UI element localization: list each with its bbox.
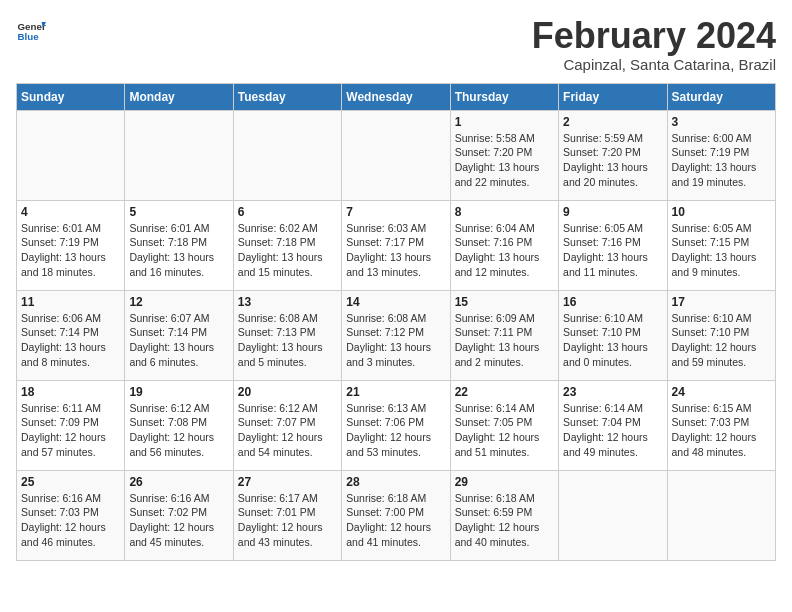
- dow-header-thursday: Thursday: [450, 83, 558, 110]
- dow-header-wednesday: Wednesday: [342, 83, 450, 110]
- calendar-week-5: 25Sunrise: 6:16 AMSunset: 7:03 PMDayligh…: [17, 470, 776, 560]
- calendar-cell: 10Sunrise: 6:05 AMSunset: 7:15 PMDayligh…: [667, 200, 775, 290]
- day-info: Sunrise: 6:18 AMSunset: 6:59 PMDaylight:…: [455, 491, 554, 550]
- calendar-cell: 29Sunrise: 6:18 AMSunset: 6:59 PMDayligh…: [450, 470, 558, 560]
- day-info: Sunrise: 6:10 AMSunset: 7:10 PMDaylight:…: [563, 311, 662, 370]
- day-number: 23: [563, 385, 662, 399]
- day-info: Sunrise: 6:10 AMSunset: 7:10 PMDaylight:…: [672, 311, 771, 370]
- calendar-body: 1Sunrise: 5:58 AMSunset: 7:20 PMDaylight…: [17, 110, 776, 560]
- calendar-table: SundayMondayTuesdayWednesdayThursdayFrid…: [16, 83, 776, 561]
- day-info: Sunrise: 6:07 AMSunset: 7:14 PMDaylight:…: [129, 311, 228, 370]
- day-number: 18: [21, 385, 120, 399]
- day-number: 29: [455, 475, 554, 489]
- day-number: 12: [129, 295, 228, 309]
- day-number: 13: [238, 295, 337, 309]
- day-info: Sunrise: 6:04 AMSunset: 7:16 PMDaylight:…: [455, 221, 554, 280]
- dow-header-tuesday: Tuesday: [233, 83, 341, 110]
- day-info: Sunrise: 6:11 AMSunset: 7:09 PMDaylight:…: [21, 401, 120, 460]
- day-info: Sunrise: 5:58 AMSunset: 7:20 PMDaylight:…: [455, 131, 554, 190]
- day-number: 24: [672, 385, 771, 399]
- calendar-cell: 4Sunrise: 6:01 AMSunset: 7:19 PMDaylight…: [17, 200, 125, 290]
- day-number: 7: [346, 205, 445, 219]
- day-number: 21: [346, 385, 445, 399]
- day-number: 25: [21, 475, 120, 489]
- day-info: Sunrise: 6:09 AMSunset: 7:11 PMDaylight:…: [455, 311, 554, 370]
- calendar-cell: 6Sunrise: 6:02 AMSunset: 7:18 PMDaylight…: [233, 200, 341, 290]
- calendar-cell: 12Sunrise: 6:07 AMSunset: 7:14 PMDayligh…: [125, 290, 233, 380]
- calendar-cell: 2Sunrise: 5:59 AMSunset: 7:20 PMDaylight…: [559, 110, 667, 200]
- day-info: Sunrise: 6:13 AMSunset: 7:06 PMDaylight:…: [346, 401, 445, 460]
- calendar-cell: 13Sunrise: 6:08 AMSunset: 7:13 PMDayligh…: [233, 290, 341, 380]
- day-number: 28: [346, 475, 445, 489]
- calendar-week-2: 4Sunrise: 6:01 AMSunset: 7:19 PMDaylight…: [17, 200, 776, 290]
- day-number: 19: [129, 385, 228, 399]
- calendar-cell: 25Sunrise: 6:16 AMSunset: 7:03 PMDayligh…: [17, 470, 125, 560]
- day-number: 2: [563, 115, 662, 129]
- calendar-cell: 17Sunrise: 6:10 AMSunset: 7:10 PMDayligh…: [667, 290, 775, 380]
- calendar-cell: 7Sunrise: 6:03 AMSunset: 7:17 PMDaylight…: [342, 200, 450, 290]
- day-number: 6: [238, 205, 337, 219]
- calendar-cell: [559, 470, 667, 560]
- svg-text:Blue: Blue: [18, 31, 40, 42]
- calendar-week-1: 1Sunrise: 5:58 AMSunset: 7:20 PMDaylight…: [17, 110, 776, 200]
- day-number: 16: [563, 295, 662, 309]
- day-number: 11: [21, 295, 120, 309]
- calendar-cell: 16Sunrise: 6:10 AMSunset: 7:10 PMDayligh…: [559, 290, 667, 380]
- day-number: 10: [672, 205, 771, 219]
- day-of-week-header: SundayMondayTuesdayWednesdayThursdayFrid…: [17, 83, 776, 110]
- day-info: Sunrise: 6:18 AMSunset: 7:00 PMDaylight:…: [346, 491, 445, 550]
- day-number: 27: [238, 475, 337, 489]
- day-number: 14: [346, 295, 445, 309]
- day-info: Sunrise: 6:12 AMSunset: 7:07 PMDaylight:…: [238, 401, 337, 460]
- day-info: Sunrise: 6:01 AMSunset: 7:18 PMDaylight:…: [129, 221, 228, 280]
- calendar-cell: [17, 110, 125, 200]
- calendar-cell: 21Sunrise: 6:13 AMSunset: 7:06 PMDayligh…: [342, 380, 450, 470]
- day-info: Sunrise: 6:02 AMSunset: 7:18 PMDaylight:…: [238, 221, 337, 280]
- calendar-cell: 11Sunrise: 6:06 AMSunset: 7:14 PMDayligh…: [17, 290, 125, 380]
- calendar-cell: 20Sunrise: 6:12 AMSunset: 7:07 PMDayligh…: [233, 380, 341, 470]
- day-number: 4: [21, 205, 120, 219]
- day-info: Sunrise: 6:14 AMSunset: 7:04 PMDaylight:…: [563, 401, 662, 460]
- day-number: 26: [129, 475, 228, 489]
- day-number: 15: [455, 295, 554, 309]
- calendar-cell: 22Sunrise: 6:14 AMSunset: 7:05 PMDayligh…: [450, 380, 558, 470]
- calendar-cell: [233, 110, 341, 200]
- logo-icon: General Blue: [16, 16, 46, 46]
- calendar-cell: [125, 110, 233, 200]
- calendar-cell: 14Sunrise: 6:08 AMSunset: 7:12 PMDayligh…: [342, 290, 450, 380]
- day-info: Sunrise: 6:08 AMSunset: 7:13 PMDaylight:…: [238, 311, 337, 370]
- day-info: Sunrise: 6:12 AMSunset: 7:08 PMDaylight:…: [129, 401, 228, 460]
- day-number: 20: [238, 385, 337, 399]
- calendar-cell: 23Sunrise: 6:14 AMSunset: 7:04 PMDayligh…: [559, 380, 667, 470]
- calendar-cell: 27Sunrise: 6:17 AMSunset: 7:01 PMDayligh…: [233, 470, 341, 560]
- dow-header-sunday: Sunday: [17, 83, 125, 110]
- day-info: Sunrise: 6:05 AMSunset: 7:15 PMDaylight:…: [672, 221, 771, 280]
- location-subtitle: Capinzal, Santa Catarina, Brazil: [532, 56, 776, 73]
- day-number: 1: [455, 115, 554, 129]
- page-header: General Blue February 2024 Capinzal, San…: [16, 16, 776, 73]
- day-number: 5: [129, 205, 228, 219]
- day-info: Sunrise: 6:00 AMSunset: 7:19 PMDaylight:…: [672, 131, 771, 190]
- month-title: February 2024: [532, 16, 776, 56]
- calendar-cell: 8Sunrise: 6:04 AMSunset: 7:16 PMDaylight…: [450, 200, 558, 290]
- day-number: 9: [563, 205, 662, 219]
- dow-header-saturday: Saturday: [667, 83, 775, 110]
- calendar-cell: 15Sunrise: 6:09 AMSunset: 7:11 PMDayligh…: [450, 290, 558, 380]
- logo: General Blue: [16, 16, 46, 46]
- calendar-week-3: 11Sunrise: 6:06 AMSunset: 7:14 PMDayligh…: [17, 290, 776, 380]
- day-info: Sunrise: 6:01 AMSunset: 7:19 PMDaylight:…: [21, 221, 120, 280]
- calendar-cell: 1Sunrise: 5:58 AMSunset: 7:20 PMDaylight…: [450, 110, 558, 200]
- calendar-cell: 9Sunrise: 6:05 AMSunset: 7:16 PMDaylight…: [559, 200, 667, 290]
- calendar-cell: [342, 110, 450, 200]
- day-number: 17: [672, 295, 771, 309]
- day-number: 3: [672, 115, 771, 129]
- day-number: 8: [455, 205, 554, 219]
- day-info: Sunrise: 6:16 AMSunset: 7:02 PMDaylight:…: [129, 491, 228, 550]
- calendar-cell: 26Sunrise: 6:16 AMSunset: 7:02 PMDayligh…: [125, 470, 233, 560]
- calendar-cell: 19Sunrise: 6:12 AMSunset: 7:08 PMDayligh…: [125, 380, 233, 470]
- day-info: Sunrise: 6:17 AMSunset: 7:01 PMDaylight:…: [238, 491, 337, 550]
- calendar-week-4: 18Sunrise: 6:11 AMSunset: 7:09 PMDayligh…: [17, 380, 776, 470]
- dow-header-friday: Friday: [559, 83, 667, 110]
- day-info: Sunrise: 6:15 AMSunset: 7:03 PMDaylight:…: [672, 401, 771, 460]
- day-info: Sunrise: 5:59 AMSunset: 7:20 PMDaylight:…: [563, 131, 662, 190]
